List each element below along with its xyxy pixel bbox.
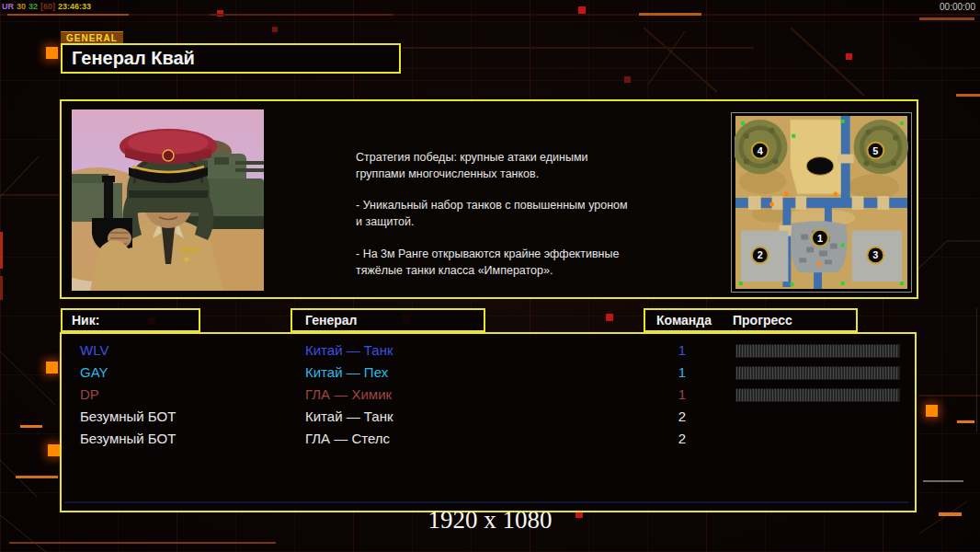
player-team: 1 — [668, 362, 696, 384]
player-nick: Безумный БОТ — [80, 406, 176, 428]
resolution-label: 1920 x 1080 — [0, 506, 980, 535]
strategy-paragraph: - На 3м Ранге открываются крайне эффекти… — [356, 246, 659, 279]
player-table: WLV Китай — Танк 1 GAY Китай — Пех 1 DP … — [60, 332, 917, 512]
general-name: Генерал Квай — [72, 48, 399, 69]
player-general: Китай — Пех — [305, 362, 388, 384]
gentool-stats: UR3032[60]23:46:33 — [2, 2, 94, 11]
decor-dash — [956, 94, 980, 97]
header-general-box: Генерал — [291, 308, 485, 332]
player-nick: DP — [80, 384, 99, 406]
decor-dash — [7, 14, 129, 16]
player-general: ГЛА — Химик — [305, 384, 392, 406]
decor-square — [624, 76, 631, 83]
table-row[interactable]: DP ГЛА — Химик 1 — [62, 384, 915, 406]
header-general-label: Генерал — [305, 313, 358, 328]
general-title-box: Генерал Квай — [61, 43, 401, 74]
player-nick: Безумный БОТ — [80, 428, 176, 450]
general-portrait — [72, 109, 264, 291]
header-team-progress-box: Команда Прогресс — [644, 308, 858, 332]
header-nick-label: Ник: — [72, 313, 99, 328]
player-nick: GAY — [80, 362, 108, 384]
decor-dash — [9, 542, 276, 544]
loading-screen: UR3032[60]23:46:33 00:00:00 GENERAL Гене… — [0, 0, 980, 552]
player-general: Китай — Танк — [305, 406, 393, 428]
decor-square — [272, 27, 278, 32]
player-general: Китай — Танк — [305, 339, 393, 362]
map-preview: 1 2 3 4 5 — [731, 112, 912, 293]
table-row[interactable]: Безумный БОТ Китай — Танк 2 — [62, 406, 915, 428]
decor-dash — [957, 420, 974, 423]
header-progress-label: Прогресс — [733, 310, 792, 330]
decor-square — [926, 405, 938, 417]
stats-value-3: [60] — [40, 2, 55, 11]
player-team: 1 — [668, 384, 696, 406]
map-point-3: 3 — [872, 249, 878, 260]
player-nick: WLV — [80, 339, 108, 362]
decor-tick — [0, 276, 3, 300]
decor-square — [48, 444, 60, 456]
decor-navy-line — [64, 501, 908, 503]
table-row[interactable]: Безумный БОТ ГЛА — Стелс 2 — [62, 428, 915, 450]
strategy-description: Стратегия победы: крупные атаки едиными … — [356, 149, 659, 293]
decor-dash — [16, 476, 58, 478]
strategy-paragraph: - Уникальный набор танков с повышенным у… — [356, 197, 659, 230]
decor-square — [606, 314, 613, 321]
decor-square — [46, 47, 58, 59]
stats-clock: 23:46:33 — [58, 2, 91, 11]
decor-dash — [20, 425, 42, 428]
map-point-4: 4 — [758, 145, 763, 156]
stats-tag: UR — [2, 2, 14, 11]
map-point-1: 1 — [817, 233, 823, 244]
portrait-image — [72, 109, 264, 291]
decor-square — [846, 53, 852, 60]
table-row[interactable]: WLV Китай — Танк 1 — [62, 339, 915, 362]
player-team: 2 — [668, 428, 696, 450]
match-timer: 00:00:00 — [940, 2, 975, 12]
player-team: 2 — [668, 406, 696, 428]
header-team-label: Команда — [656, 310, 712, 330]
decor-dash — [210, 14, 393, 16]
decor-dash — [919, 17, 974, 20]
table-row[interactable]: GAY Китай — Пех 1 — [62, 362, 915, 384]
stats-value-2: 32 — [28, 2, 38, 11]
stats-value-1: 30 — [17, 2, 26, 11]
progress-bar — [735, 344, 900, 358]
general-info-panel: Стратегия победы: крупные атаки едиными … — [60, 99, 918, 299]
decor-dash — [639, 13, 701, 16]
progress-bar — [735, 366, 900, 380]
decor-dash — [923, 480, 963, 482]
map-point-2: 2 — [758, 249, 763, 260]
player-team: 1 — [668, 339, 696, 362]
strategy-paragraph: Стратегия победы: крупные атаки едиными … — [356, 149, 659, 182]
minimap-image: 1 2 3 4 5 — [735, 116, 908, 289]
map-point-5: 5 — [872, 145, 878, 156]
general-tab: GENERAL — [61, 31, 123, 44]
decor-square — [46, 362, 58, 374]
header-nick-box: Ник: — [61, 308, 200, 332]
decor-square — [578, 6, 586, 14]
player-general: ГЛА — Стелс — [305, 428, 390, 450]
decor-tick — [0, 232, 3, 269]
progress-bar — [735, 388, 900, 402]
